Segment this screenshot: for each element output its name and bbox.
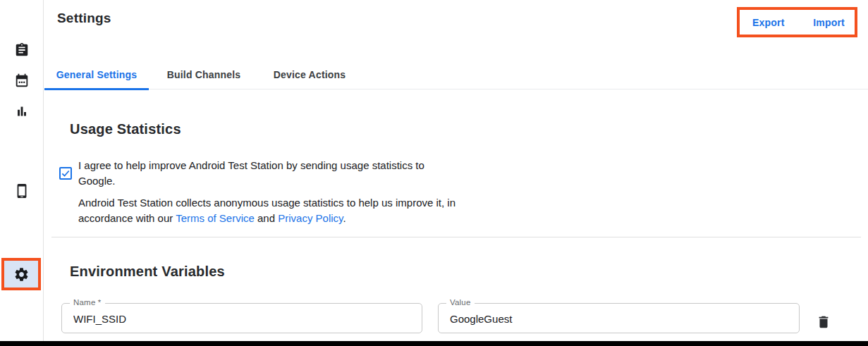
environment-variables-heading: Environment Variables bbox=[70, 264, 225, 280]
usage-statistics-heading: Usage Statistics bbox=[70, 121, 181, 137]
sidebar-item-tests[interactable] bbox=[14, 42, 30, 58]
export-import-annotation-box: Export Import bbox=[737, 7, 857, 37]
env-var-name-field: Name * bbox=[61, 303, 422, 333]
settings-gear-icon bbox=[13, 266, 30, 283]
env-var-value-label: Value bbox=[446, 298, 475, 307]
import-button[interactable]: Import bbox=[813, 17, 845, 28]
checkmark-icon bbox=[61, 168, 71, 178]
section-divider bbox=[51, 237, 861, 237]
clipboard-tests-icon bbox=[14, 42, 30, 58]
delete-env-var-button[interactable] bbox=[815, 314, 832, 330]
env-var-name-label: Name * bbox=[70, 298, 105, 307]
usage-info-text: Android Test Station collects anonymous … bbox=[78, 195, 456, 226]
main-content: Settings Export Import General Settings … bbox=[44, 0, 868, 341]
usage-agree-checkbox[interactable] bbox=[59, 167, 72, 180]
sidebar-item-devices[interactable] bbox=[14, 183, 30, 199]
env-var-value-input[interactable] bbox=[439, 304, 799, 333]
settings-page: Settings Export Import General Settings … bbox=[0, 0, 868, 346]
terms-of-service-link[interactable]: Terms of Service bbox=[176, 212, 255, 224]
calendar-plans-icon bbox=[14, 73, 30, 88]
export-button[interactable]: Export bbox=[752, 17, 785, 28]
tab-device-actions[interactable]: Device Actions bbox=[259, 59, 360, 89]
bar-chart-icon bbox=[14, 104, 30, 119]
env-var-name-input[interactable] bbox=[62, 304, 422, 333]
trash-icon bbox=[816, 314, 831, 330]
settings-annotation-box bbox=[1, 258, 41, 290]
usage-agree-row: I agree to help improve Android Test Sta… bbox=[59, 158, 424, 189]
env-var-value-field: Value bbox=[438, 303, 800, 333]
sidebar-item-reports[interactable] bbox=[14, 104, 30, 119]
tab-build-channels[interactable]: Build Channels bbox=[149, 59, 259, 89]
page-title: Settings bbox=[57, 11, 111, 26]
tab-bar: General Settings Build Channels Device A… bbox=[44, 59, 868, 89]
usage-agree-label: I agree to help improve Android Test Sta… bbox=[78, 158, 424, 189]
sidebar-item-test-plans[interactable] bbox=[14, 73, 30, 88]
sidebar-item-settings[interactable] bbox=[13, 266, 30, 283]
smartphone-devices-icon bbox=[14, 183, 30, 199]
window-bottom-border bbox=[0, 341, 868, 346]
privacy-policy-link[interactable]: Privacy Policy bbox=[278, 212, 343, 224]
tab-general-settings[interactable]: General Settings bbox=[44, 59, 149, 89]
